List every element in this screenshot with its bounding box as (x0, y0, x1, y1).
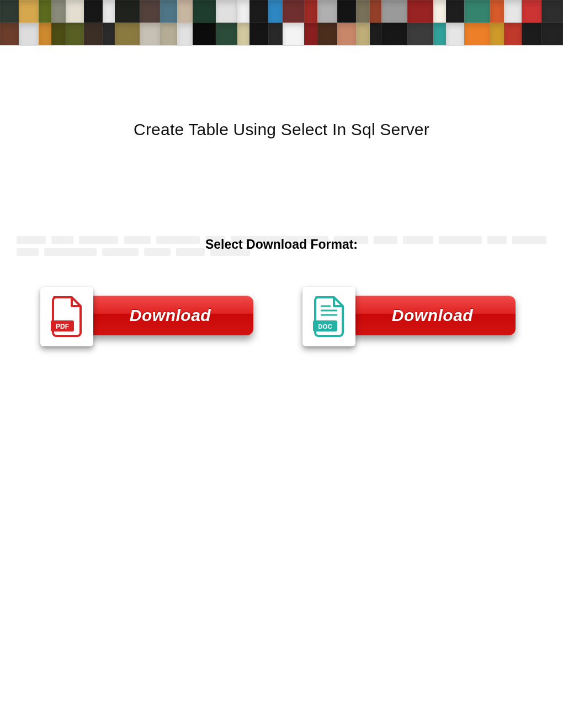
banner-tile (66, 0, 83, 23)
banner-tile (84, 0, 103, 23)
banner-tile (268, 0, 283, 23)
banner-tile (237, 0, 249, 23)
banner-tile (317, 0, 337, 23)
banner-tile (140, 0, 160, 23)
banner-tile (103, 0, 115, 23)
banner-tile (115, 23, 140, 45)
banner-tile (381, 23, 407, 45)
download-option-pdf: PDF Download (40, 287, 261, 346)
banner-tile (283, 0, 304, 23)
banner-tile (541, 23, 563, 45)
banner-tile (356, 23, 370, 45)
banner-tile (51, 23, 66, 45)
download-row: PDF Download DOC Downloa (0, 287, 563, 346)
banner-tile (115, 0, 140, 23)
banner-tile (304, 23, 317, 45)
pdf-file-card: PDF (40, 287, 93, 346)
banner-tile (66, 23, 83, 45)
banner-row (0, 0, 563, 23)
banner-tile (446, 0, 464, 23)
banner-tile (541, 0, 563, 23)
doc-file-icon: DOC (312, 296, 346, 337)
banner-tile (216, 23, 237, 45)
banner-tile (160, 0, 178, 23)
banner-tile (237, 23, 249, 45)
banner-tile (446, 23, 464, 45)
banner-tile (140, 23, 160, 45)
banner-tile (337, 0, 356, 23)
download-option-doc: DOC Download (302, 287, 523, 346)
banner-tile (193, 0, 216, 23)
banner-tile (177, 0, 193, 23)
download-pdf-button[interactable]: Download (88, 296, 253, 335)
banner-tile (504, 23, 522, 45)
banner-tile (433, 0, 446, 23)
banner-tile (193, 23, 216, 45)
banner-tile (407, 23, 434, 45)
banner-tile (433, 23, 446, 45)
banner-tile (249, 0, 268, 23)
banner-tile (490, 0, 504, 23)
download-doc-label: Download (392, 306, 473, 325)
banner-tile (337, 23, 356, 45)
banner-tile (522, 23, 541, 45)
banner-tile (522, 0, 541, 23)
pdf-file-icon: PDF (50, 296, 84, 337)
banner-tile (39, 0, 51, 23)
banner-tile (51, 0, 66, 23)
banner-row (0, 23, 563, 45)
banner-tile (0, 0, 19, 23)
banner-tile (464, 0, 490, 23)
banner-tile (370, 23, 381, 45)
banner-tile (39, 23, 51, 45)
banner-tile (19, 23, 39, 45)
banner-tile (490, 23, 504, 45)
banner-tile (381, 0, 407, 23)
banner-tile (464, 23, 490, 45)
banner-tile (84, 23, 103, 45)
doc-badge-text: DOC (318, 323, 332, 330)
top-media-banner (0, 0, 563, 46)
banner-tile (177, 23, 193, 45)
banner-tile (283, 23, 304, 45)
banner-tile (216, 0, 237, 23)
page-title: Create Table Using Select In Sql Server (0, 120, 563, 139)
banner-tile (160, 23, 178, 45)
banner-tile (249, 23, 268, 45)
banner-tile (0, 23, 19, 45)
doc-file-card: DOC (302, 287, 355, 346)
download-pdf-label: Download (130, 306, 211, 325)
banner-tile (504, 0, 522, 23)
banner-tile (317, 23, 337, 45)
pdf-badge-text: PDF (56, 323, 69, 330)
banner-tile (103, 23, 115, 45)
banner-tile (268, 23, 283, 45)
banner-tile (304, 0, 317, 23)
banner-tile (407, 0, 434, 23)
download-doc-button[interactable]: Download (350, 296, 516, 335)
download-format-heading: Select Download Format: (0, 237, 563, 252)
banner-tile (370, 0, 381, 23)
banner-tile (19, 0, 39, 23)
banner-tile (356, 0, 370, 23)
